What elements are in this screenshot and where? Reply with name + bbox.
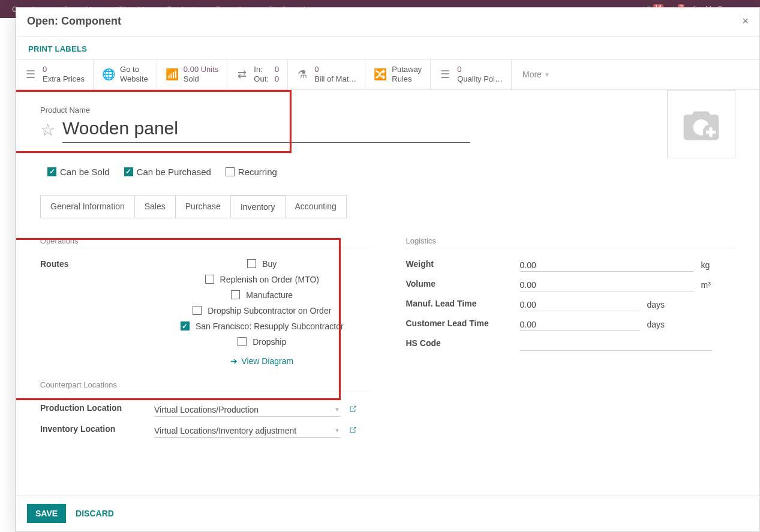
modal-dialog: Open: Component × PRINT LABELS ☰ 0Extra …: [16, 7, 760, 18]
modal-title: Open: Component: [27, 15, 121, 18]
modal-header: Open: Component ×: [16, 8, 759, 18]
close-icon[interactable]: ×: [742, 15, 749, 18]
